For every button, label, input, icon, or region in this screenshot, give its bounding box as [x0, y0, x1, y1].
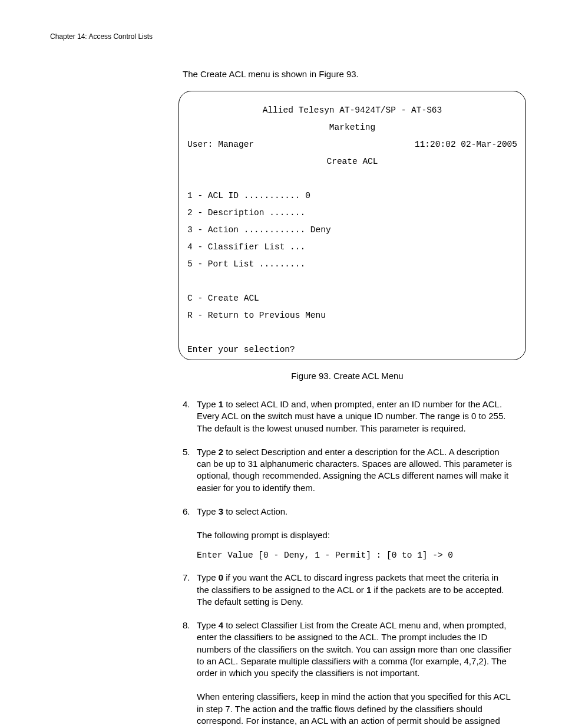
step-number: 6. — [183, 506, 197, 518]
terminal-spacer — [187, 277, 517, 286]
step-7: 7. Type 0 if you want the ACL to discard… — [183, 572, 512, 608]
terminal-action: R - Return to Previous Menu — [187, 311, 517, 320]
terminal-timestamp: 11:20:02 02-Mar-2005 — [415, 140, 517, 149]
step-body: Type 1 to select ACL ID and, when prompt… — [197, 398, 512, 434]
terminal-menu-title: Create ACL — [187, 157, 517, 166]
step-body: Type 2 to select Description and enter a… — [197, 446, 512, 494]
terminal-item: 5 - Port List ......... — [187, 260, 517, 269]
step-body: Type 3 to select Action. — [197, 506, 512, 518]
step-number: 8. — [183, 620, 197, 679]
chapter-header: Chapter 14: Access Control Lists — [50, 32, 512, 41]
terminal-menu-box: Allied Telesyn AT-9424T/SP - AT-S63 Mark… — [178, 91, 526, 360]
step-5: 5. Type 2 to select Description and ente… — [183, 446, 512, 494]
step-8-para2: When entering classifiers, keep in mind … — [197, 691, 512, 728]
terminal-spacer — [187, 174, 517, 183]
step-6-prompt-line: Enter Value [0 - Deny, 1 - Permit] : [0 … — [197, 551, 512, 560]
step-6-follow: The following prompt is displayed: — [197, 529, 512, 541]
step-number: 4. — [183, 398, 197, 434]
terminal-item: 4 - Classifier List ... — [187, 243, 517, 252]
step-6: 6. Type 3 to select Action. — [183, 506, 512, 518]
step-body: Type 0 if you want the ACL to discard in… — [197, 572, 512, 608]
terminal-user: User: Manager — [187, 140, 254, 149]
terminal-title: Allied Telesyn AT-9424T/SP - AT-S63 — [187, 106, 517, 115]
terminal-item: 2 - Description ....... — [187, 209, 517, 218]
intro-text: The Create ACL menu is shown in Figure 9… — [183, 69, 512, 79]
terminal-subtitle: Marketing — [187, 123, 517, 132]
terminal-prompt: Enter your selection? — [187, 345, 517, 354]
step-8: 8. Type 4 to select Classifier List from… — [183, 620, 512, 679]
terminal-action: C - Create ACL — [187, 294, 517, 303]
step-number: 7. — [183, 572, 197, 608]
step-body: Type 4 to select Classifier List from th… — [197, 620, 512, 679]
step-number: 5. — [183, 446, 197, 494]
terminal-item: 1 - ACL ID ........... 0 — [187, 192, 517, 200]
step-4: 4. Type 1 to select ACL ID and, when pro… — [183, 398, 512, 434]
terminal-item: 3 - Action ............ Deny — [187, 226, 517, 235]
figure-caption: Figure 93. Create ACL Menu — [183, 371, 512, 381]
terminal-spacer — [187, 328, 517, 337]
